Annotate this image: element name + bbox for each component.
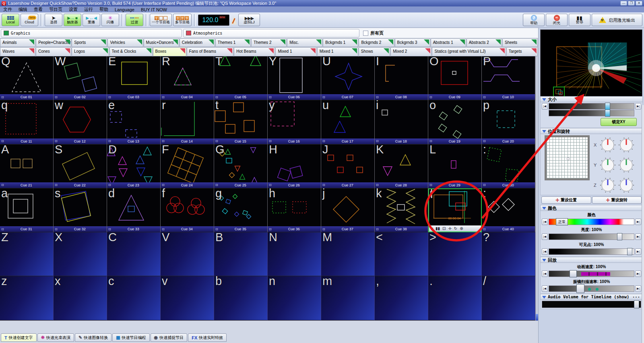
bpm-display[interactable]: 120.0BPM	[198, 14, 229, 26]
audio-more-button[interactable]: ···	[632, 295, 640, 300]
empty-cue-cell[interactable]: C	[107, 232, 161, 276]
size-y-handle[interactable]	[605, 110, 610, 117]
category-tab-mixed-2[interactable]: Mixed 2	[390, 47, 431, 56]
local-button[interactable]: Local	[2, 14, 19, 26]
target-icon[interactable]: ⊕	[460, 226, 463, 231]
anim-speed-slider[interactable]	[549, 271, 634, 277]
size-y-slider[interactable]	[549, 110, 634, 116]
close-button[interactable]: ✕	[636, 1, 642, 6]
quick-tab-快速实时特效[interactable]: FX快速实时特效	[188, 333, 227, 342]
position-knob-y[interactable]	[599, 157, 616, 174]
empty-cue-cell[interactable]: ,	[375, 276, 428, 320]
category-tab-statics-great-with-virtual-lj-[interactable]: Statics (great with Virtual LJ)	[432, 47, 506, 56]
cue-cell-cue-28[interactable]: K⊡Cue 28	[375, 145, 428, 188]
flash-button[interactable]: ✳ 闪播	[101, 14, 119, 26]
category-tab-misc-[interactable]: Misc.	[287, 38, 322, 47]
cue-cell-cue-02[interactable]: W⊡Cue 02	[54, 56, 107, 100]
empty-cue-cell[interactable]: .	[428, 276, 482, 320]
empty-cue-cell[interactable]: x	[54, 276, 107, 320]
brightness-min-button[interactable]: |◀	[542, 233, 548, 240]
cue-cell-cue-33[interactable]: d⊡Cue 33	[107, 188, 161, 232]
size-max-button[interactable]: ▶|	[635, 103, 641, 110]
reset-rotation-button[interactable]: ✛ 重设旋转	[592, 196, 642, 204]
cue-cell-cue-01[interactable]: Q⊡Cue 01	[0, 56, 54, 100]
category-tab-waves[interactable]: Waves	[0, 47, 35, 56]
brightness-slider[interactable]	[549, 233, 634, 240]
blackout-button[interactable]: − 闭光	[546, 14, 568, 26]
visible-max-button[interactable]: ▶|	[635, 248, 641, 255]
section-position-rotation[interactable]: 位置和旋转	[540, 128, 643, 134]
empty-cue-cell[interactable]: z	[0, 276, 54, 320]
cue-cell-cue-18[interactable]: i⊡Cue 18	[375, 100, 428, 144]
empty-cue-cell[interactable]: >	[428, 232, 482, 276]
cue-cell-cue-36[interactable]: h⊡Cue 36	[268, 188, 321, 232]
move-icon[interactable]: ✛	[448, 226, 451, 231]
category-tab-celebration[interactable]: Celebration	[180, 38, 215, 47]
quick-tab-快速创建文字[interactable]: T快速创建文字	[1, 333, 37, 342]
menu-item-编辑[interactable]: 编辑	[15, 6, 31, 12]
empty-cue-cell[interactable]: V	[161, 232, 214, 276]
rotate-icon[interactable]: ↻	[454, 226, 457, 231]
category-tab-sports[interactable]: Sports	[72, 38, 107, 47]
cue-cell-cue-25[interactable]: G⊡Cue 25	[214, 145, 268, 188]
category-tab-themes-2[interactable]: Themes 2	[251, 38, 287, 47]
anim-speed-min-button[interactable]: |◀	[542, 271, 548, 277]
menu-item-运行[interactable]: 运行	[81, 6, 96, 12]
anim-speed-max-button[interactable]: ▶|	[635, 271, 641, 277]
visible-min-button[interactable]: |◀	[542, 248, 548, 255]
category-tab-text-clocks[interactable]: Text & Clocks	[109, 47, 153, 56]
cue-cell-cue-04[interactable]: R⊡Cue 04	[161, 56, 214, 100]
scan-rate-slider[interactable]	[549, 285, 634, 292]
cue-cell-cue-30[interactable]: :⊡Cue 30	[482, 145, 535, 188]
section-size[interactable]: 大小	[540, 96, 643, 102]
empty-cue-cell[interactable]: Z	[0, 232, 54, 276]
color-slider[interactable]: 正常	[549, 219, 634, 225]
menu-item-查看[interactable]: 查看	[31, 6, 46, 12]
category-tab-bckgrnds-2[interactable]: Bckgrnds 2	[359, 38, 394, 47]
all-pages-checkbox[interactable]	[363, 31, 368, 36]
quick-tab-快速捕捉节目[interactable]: ◉快速捕捉节目	[151, 333, 188, 342]
cue-cell-cue-11[interactable]: q⊡Cue 11	[0, 100, 54, 144]
anim-speed-handle[interactable]	[570, 270, 577, 277]
category-tab-bckgrnds-3[interactable]: Bckgrnds 3	[395, 38, 430, 47]
cue-cell-cue-16[interactable]: y⊡Cue 16	[268, 100, 321, 144]
empty-cue-cell[interactable]: ?	[482, 232, 535, 276]
menu-item-Language[interactable]: Language	[111, 7, 138, 12]
empty-cue-cell[interactable]: b	[214, 276, 268, 320]
cue-cell-cue-26[interactable]: H⊡Cue 26	[268, 145, 321, 188]
empty-cue-cell[interactable]: <	[375, 232, 428, 276]
empty-cue-cell[interactable]: M	[321, 232, 375, 276]
color-next-button[interactable]: ▶|	[635, 219, 641, 225]
one-cell-button[interactable]: 1 一个节目格	[150, 14, 172, 26]
cue-cell-cue-08[interactable]: I⊡Cue 08	[375, 56, 428, 100]
panel-scrollbar[interactable]	[642, 105, 644, 343]
lock-xy-button[interactable]: 锁定XY	[601, 118, 637, 126]
reset-position-button[interactable]: ✛ 重设位置	[541, 196, 591, 204]
cue-cell-cue-13[interactable]: e⊡Cue 13	[107, 100, 161, 144]
category-tab-boxes[interactable]: Boxes	[153, 47, 186, 56]
category-tab-shows[interactable]: Shows	[359, 47, 390, 56]
menu-item-BUY IT NOW[interactable]: BUY IT NOW	[138, 7, 170, 12]
category-tab-mixed-1[interactable]: Mixed 1	[275, 47, 316, 56]
category-tab-people-characters[interactable]: People+Characters	[36, 38, 71, 47]
cue-cell-cue-12[interactable]: w⊡Cue 12	[54, 100, 107, 144]
quick-tab-快速光束表演[interactable]: ❋快速光束表演	[37, 333, 74, 342]
category-tab-themes-1[interactable]: Themes 1	[215, 38, 251, 47]
audio-volume-handle[interactable]	[634, 300, 639, 308]
cue-cell-cue-40[interactable]: ;⊡Cue 40	[482, 188, 535, 232]
trigger-button[interactable]: ▶↔■ 触发器	[64, 14, 81, 26]
cue-cell-cue-19[interactable]: o⊡Cue 19	[428, 100, 482, 144]
scan-rate-max-button[interactable]: ▶|	[635, 285, 641, 292]
cue-cell-cue-29[interactable]: L⊡Cue 29	[428, 145, 482, 188]
page-tab-atmospherics[interactable]: Atmospherics	[183, 29, 359, 37]
empty-cue-cell[interactable]: /	[482, 276, 535, 320]
cue-cell-cue-03[interactable]: E⊡Cue 03	[107, 56, 161, 100]
empty-cue-cell[interactable]: N	[268, 232, 321, 276]
empty-cue-cell[interactable]: m	[321, 276, 375, 320]
empty-cue-cell[interactable]: n	[268, 276, 321, 320]
cue-cell-cue-10[interactable]: P⊡Cue 10	[482, 56, 535, 100]
cue-cell-cue-09[interactable]: O⊡Cue 09	[428, 56, 482, 100]
grid-scrollbar[interactable]	[535, 56, 538, 320]
position-pad[interactable]	[545, 135, 590, 180]
color-handle[interactable]: 正常	[556, 218, 568, 225]
